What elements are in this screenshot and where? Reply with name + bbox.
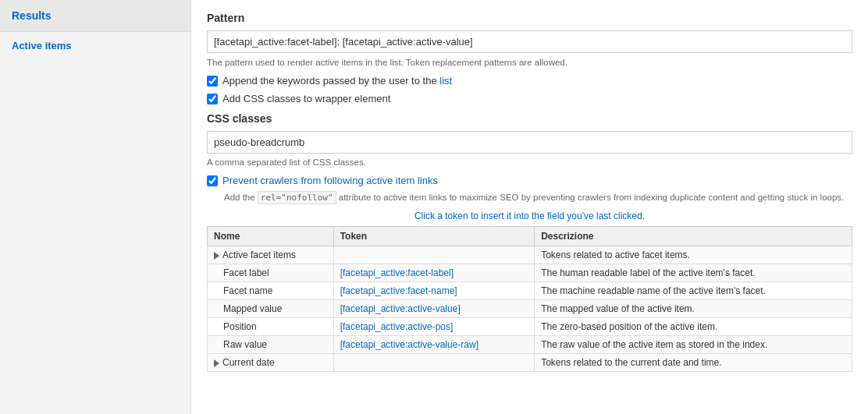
checkbox2-row: Add CSS classes to wrapper element (207, 93, 852, 104)
token-link[interactable]: [facetapi_active:facet-name] (340, 285, 457, 296)
group-name: Active facet items (208, 246, 334, 264)
table-row: Position [facetapi_active:active-pos] Th… (208, 318, 852, 336)
row-description: The raw value of the active item as stor… (535, 336, 852, 354)
group-description: Tokens related to active facet items. (535, 246, 852, 264)
row-name: Facet label (208, 264, 334, 282)
css-hint: A comma separated list of CSS classes. (207, 157, 852, 167)
table-row: Mapped value [facetapi_active:active-val… (208, 300, 852, 318)
sidebar: Results Active items (0, 0, 191, 414)
table-group-row: Current date Tokens related to the curre… (208, 354, 852, 372)
row-name: Facet name (208, 282, 334, 300)
group-description: Tokens related to the current date and t… (535, 354, 852, 372)
checkbox2-label: Add CSS classes to wrapper element (222, 93, 390, 104)
css-section-title: CSS classes (207, 112, 852, 125)
sidebar-item-active-items[interactable]: Active items (12, 40, 72, 51)
pattern-title: Pattern (207, 12, 852, 24)
row-description: The machine readable name of the active … (535, 282, 852, 300)
sidebar-item-results[interactable]: Results (12, 9, 52, 22)
token-link[interactable]: [facetapi_active:facet-label] (340, 267, 454, 278)
nofollow-hint: Add the rel="nofollow" attribute to acti… (207, 193, 852, 203)
checkbox3-row: Prevent crawlers from following active i… (207, 175, 852, 186)
row-token: [facetapi_active:active-value-raw] (333, 336, 535, 354)
sidebar-results-section: Results (0, 0, 190, 32)
col-nome: Nome (208, 227, 334, 246)
checkbox1[interactable] (207, 76, 218, 87)
col-descrizione: Descrizione (535, 227, 852, 246)
table-row: Raw value [facetapi_active:active-value-… (208, 336, 852, 354)
table-row: Facet name [facetapi_active:facet-name] … (208, 282, 852, 300)
group-token-empty (333, 246, 535, 264)
table-header-row: Nome Token Descrizione (208, 227, 852, 246)
group-name: Current date (208, 354, 334, 372)
row-token: [facetapi_active:active-pos] (333, 318, 535, 336)
group-token-empty (333, 354, 535, 372)
token-link[interactable]: [facetapi_active:active-pos] (340, 321, 454, 332)
row-name: Raw value (208, 336, 334, 354)
table-group-row: Active facet items Tokens related to act… (208, 246, 852, 264)
pattern-input[interactable] (207, 30, 852, 53)
pattern-hint: The pattern used to render active items … (207, 58, 852, 67)
row-token: [facetapi_active:active-value] (333, 300, 535, 318)
checkbox2[interactable] (207, 94, 218, 104)
token-hint: Click a token to insert it into the fiel… (207, 211, 852, 221)
col-token: Token (333, 227, 535, 246)
token-link[interactable]: [facetapi_active:active-value] (340, 303, 461, 314)
checkbox1-row: Append the keywords passed by the user t… (207, 75, 852, 87)
checkbox3[interactable] (207, 175, 218, 186)
row-description: The mapped value of the active item. (535, 300, 852, 318)
row-name: Position (208, 318, 334, 336)
main-content: Pattern The pattern used to render activ… (191, 0, 868, 414)
token-table: Nome Token Descrizione Active facet item… (207, 226, 852, 372)
checkbox3-label: Prevent crawlers from following active i… (222, 175, 438, 186)
row-description: The zero-based position of the active it… (535, 318, 852, 336)
row-token: [facetapi_active:facet-name] (333, 282, 535, 300)
row-token: [facetapi_active:facet-label] (333, 264, 535, 282)
token-link[interactable]: [facetapi_active:active-value-raw] (340, 339, 478, 350)
row-name: Mapped value (208, 300, 334, 318)
table-row: Facet label [facetapi_active:facet-label… (208, 264, 852, 282)
checkbox1-label: Append the keywords passed by the user t… (222, 75, 452, 87)
checkbox1-link[interactable]: list (439, 75, 452, 87)
css-input[interactable] (207, 131, 852, 154)
sidebar-active-section: Active items (0, 32, 190, 59)
row-description: The human readable label of the active i… (535, 264, 852, 282)
nofollow-code: rel="nofollow" (258, 191, 336, 204)
